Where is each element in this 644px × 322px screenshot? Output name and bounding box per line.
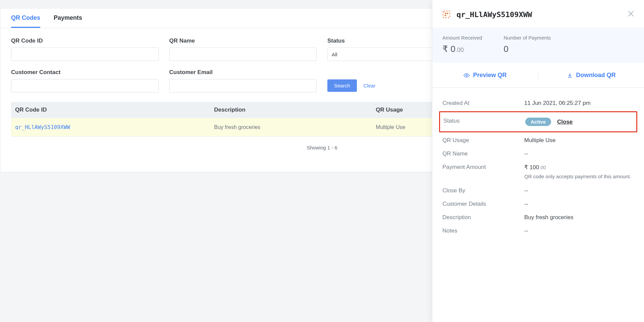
svg-rect-1: [445, 13, 446, 14]
stat-count-label: Number of Payments: [503, 35, 551, 41]
input-qr-name[interactable]: [169, 48, 317, 61]
label-qr-id: QR Code ID: [11, 38, 159, 44]
details: Created At 11 Jun 2021, 06:25:27 pm Stat…: [432, 88, 644, 246]
clear-button[interactable]: Clear: [364, 79, 376, 92]
svg-rect-3: [445, 15, 446, 16]
preview-qr-button[interactable]: Preview QR: [432, 63, 538, 87]
qr-icon: [442, 10, 450, 18]
field-contact: Customer Contact: [11, 69, 159, 92]
stat-amount-label: Amount Received: [442, 35, 482, 41]
input-email[interactable]: [169, 79, 317, 92]
field-email: Customer Email: [169, 69, 317, 92]
stat-amount: Amount Received ₹ 0.00: [442, 35, 482, 54]
close-qr-button[interactable]: Close: [557, 119, 573, 125]
svg-rect-2: [447, 13, 448, 14]
download-qr-button[interactable]: Download QR: [538, 63, 644, 87]
svg-rect-0: [443, 11, 450, 18]
th-desc: Description: [210, 102, 372, 118]
qr-detail-drawer: qr_HLlAWyS5109XWW Amount Received ₹ 0.00…: [432, 0, 644, 322]
search-button[interactable]: Search: [327, 79, 357, 92]
th-id: QR Code ID: [11, 102, 210, 118]
eye-icon: [464, 72, 470, 78]
row-customer: Customer Details --: [442, 197, 634, 211]
input-qr-id[interactable]: [11, 48, 159, 61]
status-highlight: Status Active Close: [439, 111, 637, 132]
tab-qr-codes[interactable]: QR Codes: [11, 8, 40, 28]
svg-point-6: [466, 74, 468, 76]
row-notes: Notes --: [442, 224, 634, 238]
row-status: Status Active Close: [443, 114, 633, 129]
row-qr-name: QR Name --: [442, 147, 634, 160]
cell-desc: Buy fresh groceries: [210, 118, 372, 137]
field-qr-id: QR Code ID: [11, 38, 159, 61]
label-contact: Customer Contact: [11, 69, 159, 76]
input-contact[interactable]: [11, 79, 159, 92]
row-usage: QR Usage Multiple Use: [442, 134, 634, 147]
status-badge: Active: [525, 118, 551, 126]
row-description: Description Buy fresh groceries: [442, 211, 634, 224]
download-icon: [567, 72, 573, 78]
label-email: Customer Email: [169, 69, 317, 76]
field-qr-name: QR Name: [169, 38, 317, 61]
label-qr-name: QR Name: [169, 38, 317, 44]
stat-count: Number of Payments 0: [503, 35, 551, 54]
row-close-by: Close By --: [442, 184, 634, 197]
action-row: Preview QR Download QR: [432, 63, 644, 88]
drawer-title: qr_HLlAWyS5109XWW: [457, 10, 622, 19]
tab-payments[interactable]: Payments: [54, 8, 82, 28]
stats: Amount Received ₹ 0.00 Number of Payment…: [432, 27, 644, 63]
stat-count-value: 0: [503, 44, 551, 54]
stat-amount-value: ₹ 0.00: [442, 44, 482, 54]
close-icon: [628, 11, 634, 17]
row-payment-amount: Payment Amount ₹ 100.00 QR code only acc…: [442, 160, 634, 184]
row-created-at: Created At 11 Jun 2021, 06:25:27 pm: [442, 96, 634, 110]
cell-id-link[interactable]: qr_HLlAWyS5109XWW: [15, 124, 70, 130]
drawer-header: qr_HLlAWyS5109XWW: [432, 0, 644, 27]
close-drawer-button[interactable]: [628, 10, 634, 19]
